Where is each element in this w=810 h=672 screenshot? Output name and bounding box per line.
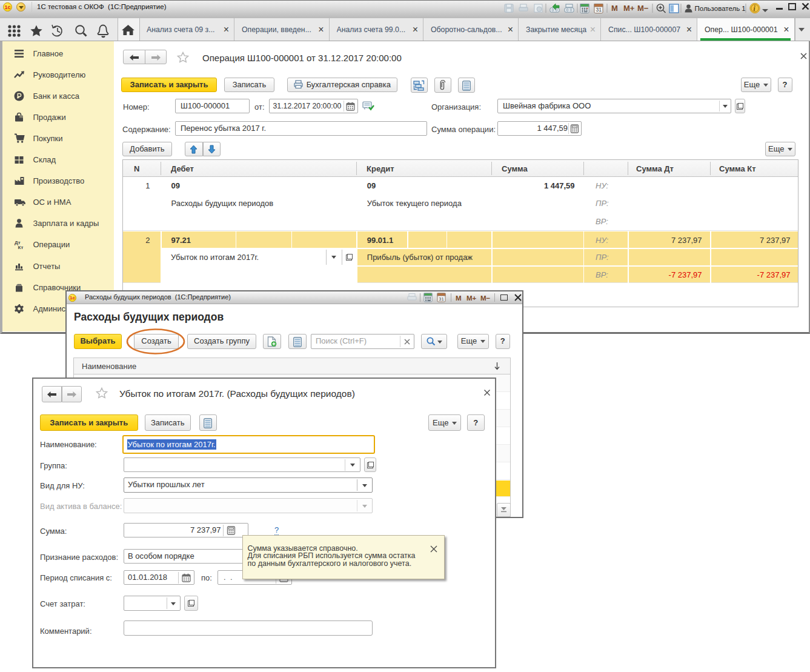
svg-text:31: 31 <box>596 7 602 13</box>
svg-text:Пользователь 1: Пользователь 1 <box>695 5 746 12</box>
svg-text:M: M <box>611 4 618 13</box>
svg-text:Кт: Кт <box>18 245 24 250</box>
svg-text:M+: M+ <box>623 4 635 13</box>
svg-text:M−: M− <box>637 4 649 13</box>
svg-text:M: M <box>456 294 462 302</box>
svg-text:31: 31 <box>439 296 444 302</box>
svg-text:M−: M− <box>480 294 491 302</box>
svg-text:M+: M+ <box>466 294 477 302</box>
